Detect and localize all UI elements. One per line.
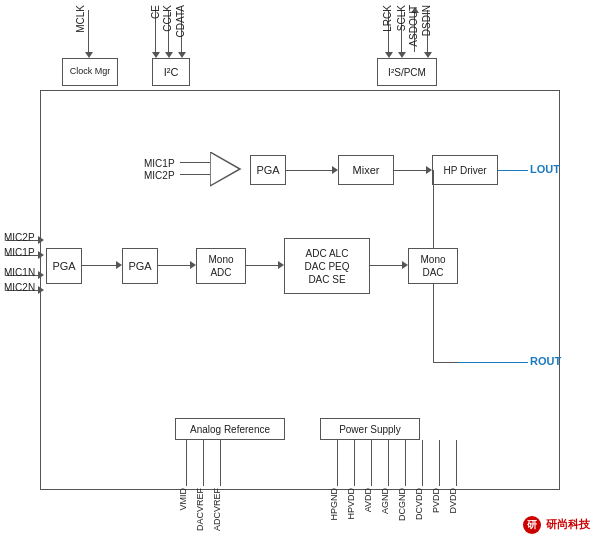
dsdin-label: DSDIN (421, 5, 432, 38)
dcvdd-label: DCVDD (414, 488, 424, 522)
pga-mixer-line (286, 170, 336, 171)
lrck-label: LRCK (382, 5, 393, 34)
rout-line (458, 362, 528, 363)
adcvref-line (220, 440, 221, 486)
vmid-label: VMID (178, 488, 188, 513)
avdd-label: AVDD (363, 488, 373, 514)
watermark-icon: 研 (523, 516, 541, 534)
watermark: 研 研尚科技 (523, 516, 590, 534)
pga-pga-line (82, 265, 120, 266)
pga-top-block: PGA (250, 155, 286, 185)
dsp-dac-line (370, 265, 406, 266)
mic2p-arrow (38, 236, 44, 244)
mic2p-top-label: MIC2P (144, 170, 175, 181)
hp-driver-block: HP Driver (432, 155, 498, 185)
agnd-line (388, 440, 389, 486)
dacvref-line (203, 440, 204, 486)
dacvref-label: DACVREF (195, 488, 205, 533)
cdata-label: CDATA (175, 5, 186, 39)
analog-ref-block: Analog Reference (175, 418, 285, 440)
dac-rout-line (433, 284, 434, 362)
hpvdd-label: HPVDD (346, 488, 356, 522)
asdout-label: ASDOUT (408, 5, 419, 49)
power-supply-block: Power Supply (320, 418, 420, 440)
clock-mgr-block: Clock Mgr (62, 58, 118, 86)
adc-dsp-line (246, 265, 282, 266)
mic1n-left-label: MIC1N (4, 267, 35, 278)
dac-mixer-line (433, 170, 434, 248)
pga-mid-block: PGA (122, 248, 158, 284)
rout-label: ROUT (530, 355, 561, 367)
mixer-hp-line (394, 170, 430, 171)
adcvref-label: ADCVREF (212, 488, 222, 533)
svg-marker-0 (210, 152, 240, 186)
mic2p-tri-line (180, 174, 210, 175)
mixer-block: Mixer (338, 155, 394, 185)
dcgnd-label: DCGND (397, 488, 407, 523)
ce-label: CE (150, 5, 161, 21)
lout-line (498, 170, 528, 171)
i2c-block: I²C (152, 58, 190, 86)
avdd-line (371, 440, 372, 486)
diagram-container: MCLK CE CCLK CDATA Clock Mgr I²C LRCK SC… (0, 0, 600, 542)
mic2n-left-label: MIC2N (4, 282, 35, 293)
pvdd-label: PVDD (431, 488, 441, 515)
cclk-label: CCLK (162, 5, 173, 34)
pga-adc-line (158, 265, 194, 266)
mclk-line (88, 10, 89, 52)
dcgnd-line (405, 440, 406, 486)
agnd-label: AGND (380, 488, 390, 516)
mono-adc-block: Mono ADC (196, 248, 246, 284)
hpgnd-label: HPGND (329, 488, 339, 523)
mic2n-arrow (38, 286, 44, 294)
vmid-line (186, 440, 187, 486)
mic1p-top-label: MIC1P (144, 158, 175, 169)
i2s-pcm-block: I²S/PCM (377, 58, 437, 86)
mic1p-arrow (38, 251, 44, 259)
pvdd-line (439, 440, 440, 486)
pga-left-block: PGA (46, 248, 82, 284)
dvdd-line (456, 440, 457, 486)
mclk-label: MCLK (75, 5, 86, 35)
dcvdd-line (422, 440, 423, 486)
mic1p-left-label: MIC1P (4, 247, 35, 258)
mono-dac-block: Mono DAC (408, 248, 458, 284)
dac-rout-h (433, 362, 458, 363)
mic1n-arrow (38, 271, 44, 279)
lout-label: LOUT (530, 163, 560, 175)
dvdd-label: DVDD (448, 488, 458, 516)
hpgnd-line (337, 440, 338, 486)
dsp-block: ADC ALC DAC PEQ DAC SE (284, 238, 370, 294)
sclk-label: SCLK (396, 5, 407, 33)
top-triangle (210, 152, 246, 188)
hpvdd-line (354, 440, 355, 486)
mic2p-left-label: MIC2P (4, 232, 35, 243)
mic1p-tri-line (180, 162, 210, 163)
